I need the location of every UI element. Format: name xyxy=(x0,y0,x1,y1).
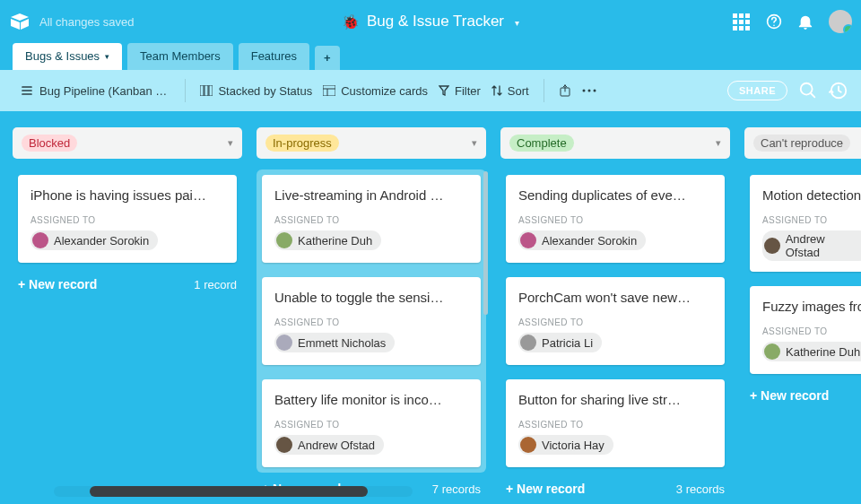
new-record-button[interactable]: + New record xyxy=(506,482,585,496)
assignee-chip[interactable]: Katherine Duh xyxy=(274,230,381,250)
svg-rect-3 xyxy=(204,85,208,96)
field-label: ASSIGNED TO xyxy=(762,215,861,225)
ellipsis-icon xyxy=(582,89,596,92)
column-footer: + New record3 records xyxy=(500,473,730,503)
column-header[interactable]: Can't reproduce▾ xyxy=(744,127,861,159)
column-header[interactable]: In-progress▾ xyxy=(257,127,486,159)
avatar-icon xyxy=(276,437,292,453)
chevron-down-icon[interactable]: ▾ xyxy=(716,137,721,149)
user-avatar[interactable] xyxy=(829,10,852,33)
record-card[interactable]: Battery life monitor is inco…ASSIGNED TO… xyxy=(262,379,481,467)
record-card[interactable]: Button for sharing live str…ASSIGNED TOV… xyxy=(506,379,725,467)
status-pill: Can't reproduce xyxy=(753,135,850,152)
avatar-icon xyxy=(520,335,536,351)
assignee-chip[interactable]: Alexander Sorokin xyxy=(518,230,646,250)
cards-area: Live-streaming in Android …ASSIGNED TOKa… xyxy=(257,169,486,473)
avatar-icon xyxy=(276,232,292,248)
record-card[interactable]: Motion detectionASSIGNED TOAndrew Ofstad xyxy=(750,175,861,272)
svg-point-1 xyxy=(773,25,775,27)
kanban-column: Complete▾Sending duplicates of eve…ASSIG… xyxy=(500,127,730,504)
status-pill: Complete xyxy=(509,135,574,152)
cards-area: Sending duplicates of eve…ASSIGNED TOAle… xyxy=(500,169,730,473)
assignee-name: Alexander Sorokin xyxy=(542,234,637,248)
help-icon[interactable] xyxy=(766,13,782,30)
status-pill: Blocked xyxy=(22,135,77,152)
chevron-down-icon[interactable]: ▾ xyxy=(228,137,233,149)
svg-point-9 xyxy=(593,90,596,92)
assignee-chip[interactable]: Emmett Nicholas xyxy=(274,333,395,352)
assignee-chip[interactable]: Victoria Hay xyxy=(518,435,613,455)
add-table-button[interactable]: + xyxy=(315,46,340,70)
view-name: Bug Pipeline (Kanban … xyxy=(39,84,167,98)
notifications-icon[interactable] xyxy=(798,13,813,30)
share-button[interactable]: SHARE xyxy=(727,81,787,100)
tool-label: Stacked by Status xyxy=(218,84,312,98)
field-label: ASSIGNED TO xyxy=(518,215,712,225)
field-label: ASSIGNED TO xyxy=(518,420,712,430)
chevron-down-icon[interactable]: ▾ xyxy=(472,137,477,149)
record-card[interactable]: PorchCam won't save new…ASSIGNED TOPatri… xyxy=(506,277,725,365)
field-label: ASSIGNED TO xyxy=(274,420,468,430)
share-export-icon[interactable] xyxy=(553,81,577,100)
column-footer: + New record xyxy=(744,379,861,410)
assignee-chip[interactable]: Andrew Ofstad xyxy=(274,435,384,455)
filter-icon xyxy=(439,85,449,96)
record-card[interactable]: Sending duplicates of eve…ASSIGNED TOAle… xyxy=(506,175,725,263)
chevron-down-icon xyxy=(511,13,519,30)
avatar-icon xyxy=(520,437,536,453)
new-record-button[interactable]: + New record xyxy=(18,277,97,291)
save-status: All changes saved xyxy=(39,15,135,29)
assignee-name: Katherine Duh xyxy=(786,345,860,359)
kanban-column: Blocked▾iPhone is having issues pai…ASSI… xyxy=(13,127,242,504)
card-title: Fuzzy images fro xyxy=(762,299,861,314)
record-card[interactable]: Live-streaming in Android …ASSIGNED TOKa… xyxy=(262,175,481,263)
kanban-column: Can't reproduce▾Motion detectionASSIGNED… xyxy=(744,127,861,504)
record-count: 3 records xyxy=(676,482,725,496)
history-icon[interactable] xyxy=(829,81,848,100)
sort-icon xyxy=(491,85,502,96)
assignee-chip[interactable]: Katherine Duh xyxy=(762,342,861,361)
customize-cards-button[interactable]: Customize cards xyxy=(317,81,433,101)
tab-features[interactable]: Features xyxy=(239,43,309,70)
assignee-chip[interactable]: Patricia Li xyxy=(518,333,602,352)
cards-area: Motion detectionASSIGNED TOAndrew Ofstad… xyxy=(744,169,861,379)
bug-icon: 🐞 xyxy=(342,13,360,30)
card-title: Button for sharing live str… xyxy=(518,392,712,407)
stacked-by-button[interactable]: Stacked by Status xyxy=(195,81,317,101)
new-record-button[interactable]: + New record xyxy=(750,388,829,403)
field-label: ASSIGNED TO xyxy=(274,215,468,225)
sort-button[interactable]: Sort xyxy=(486,81,535,101)
assignee-chip[interactable]: Andrew Ofstad xyxy=(762,230,861,261)
column-header[interactable]: Blocked▾ xyxy=(13,127,242,159)
base-title-dropdown[interactable]: 🐞 Bug & Issue Tracker xyxy=(342,13,519,30)
record-card[interactable]: Unable to toggle the sensi…ASSIGNED TOEm… xyxy=(262,277,481,365)
field-label: ASSIGNED TO xyxy=(274,317,468,327)
apps-grid-icon[interactable] xyxy=(733,13,750,30)
more-options-button[interactable] xyxy=(577,85,602,96)
vertical-scrollbar[interactable] xyxy=(483,171,488,315)
search-icon[interactable] xyxy=(798,81,818,100)
field-label: ASSIGNED TO xyxy=(518,317,712,327)
app-logo-icon[interactable] xyxy=(9,13,30,30)
card-title: Live-streaming in Android … xyxy=(274,187,468,203)
assignee-name: Andrew Ofstad xyxy=(786,232,861,259)
record-count: 1 record xyxy=(194,278,237,291)
avatar-icon xyxy=(32,232,48,248)
view-switcher[interactable]: Bug Pipeline (Kanban … xyxy=(13,81,176,101)
record-card[interactable]: Fuzzy images froASSIGNED TOKatherine Duh xyxy=(750,286,861,374)
base-title-text: Bug & Issue Tracker xyxy=(367,13,504,30)
tab-bugs-issues[interactable]: Bugs & Issues ▾ xyxy=(13,43,122,70)
column-header[interactable]: Complete▾ xyxy=(500,127,730,159)
svg-rect-4 xyxy=(209,85,213,96)
tool-label: Sort xyxy=(508,84,529,98)
scrollbar-thumb[interactable] xyxy=(90,486,368,497)
horizontal-scrollbar[interactable] xyxy=(54,486,413,497)
record-card[interactable]: iPhone is having issues pai…ASSIGNED TOA… xyxy=(18,175,237,263)
field-label: ASSIGNED TO xyxy=(762,326,861,336)
tab-team-members[interactable]: Team Members xyxy=(127,43,233,70)
tool-label: Filter xyxy=(455,84,481,98)
view-toolbar: Bug Pipeline (Kanban … Stacked by Status… xyxy=(0,70,861,111)
assignee-name: Alexander Sorokin xyxy=(54,234,149,248)
filter-button[interactable]: Filter xyxy=(433,81,486,101)
assignee-chip[interactable]: Alexander Sorokin xyxy=(30,230,158,250)
